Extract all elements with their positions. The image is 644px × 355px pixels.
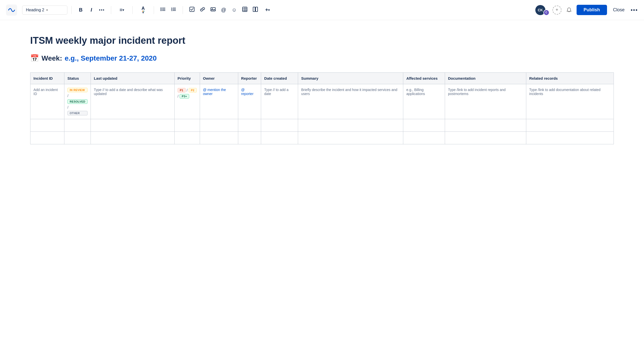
avatar-c: C xyxy=(543,10,549,16)
toolbar-right: CK C + Publish Close ••• xyxy=(535,5,638,16)
mention-button[interactable]: @ xyxy=(219,5,229,15)
cell-summary[interactable]: Briefly describe the incident and how it… xyxy=(298,84,403,119)
col-priority: Priority xyxy=(174,73,200,84)
text-color-button[interactable]: A ▾ xyxy=(137,5,150,15)
more-options-button[interactable]: ••• xyxy=(631,7,638,13)
image-icon xyxy=(210,7,216,13)
avatar-group: CK C xyxy=(535,5,549,16)
cell-reporter[interactable]: @ reporter xyxy=(238,84,261,119)
cell-priority[interactable]: P1 / P2 / P3+ xyxy=(174,84,200,119)
priority-row-1: P1 / P2 xyxy=(178,88,197,93)
cell-status[interactable]: IN REVIEW / RESOLVED / OTHER xyxy=(64,84,91,119)
empty2-cell-6[interactable] xyxy=(238,132,261,144)
svg-rect-8 xyxy=(173,8,176,8)
priority-row-2: / P3+ xyxy=(178,94,197,99)
col-owner: Owner xyxy=(200,73,238,84)
italic-button[interactable]: I xyxy=(86,5,96,15)
col-status: Status xyxy=(64,73,91,84)
cell-incident-id[interactable]: Add an incident ID xyxy=(30,84,64,119)
numbered-list-button[interactable]: 1.2.3. xyxy=(169,5,179,15)
cell-date-created[interactable]: Type // to add a date xyxy=(261,84,298,119)
badge-other: OTHER xyxy=(67,111,88,115)
publish-button[interactable]: Publish xyxy=(577,5,607,15)
empty-cell-7[interactable] xyxy=(261,119,298,132)
content-area: ITSM weekly major incident report 📅 Week… xyxy=(0,20,644,355)
mention-icon: @ xyxy=(221,7,226,13)
add-collaborator-button[interactable]: + xyxy=(552,6,561,15)
empty-cell-3[interactable] xyxy=(91,119,175,132)
priority-slash-1: / xyxy=(187,88,188,92)
col-date-created: Date created xyxy=(261,73,298,84)
badge-p2: P2 xyxy=(189,88,197,93)
text-color-icon: A xyxy=(142,6,145,11)
app-logo[interactable] xyxy=(6,5,17,16)
cell-owner[interactable]: @ mention the owner xyxy=(200,84,238,119)
empty2-cell-1[interactable] xyxy=(30,132,64,144)
cell-affected-services[interactable]: e.g., Billing applications xyxy=(403,84,445,119)
cell-last-updated[interactable]: Type // to add a date and describe what … xyxy=(91,84,175,119)
heading-select-label: Heading 2 xyxy=(26,8,44,12)
empty-cell-4[interactable] xyxy=(174,119,200,132)
empty2-cell-5[interactable] xyxy=(200,132,238,144)
empty2-cell-8[interactable] xyxy=(298,132,403,144)
svg-rect-12 xyxy=(173,10,176,11)
status-badges-container: IN REVIEW / RESOLVED / OTHER xyxy=(67,88,88,115)
plus-collaborator-icon: + xyxy=(556,7,558,13)
empty-cell-5[interactable] xyxy=(200,119,238,132)
toolbar-divider-5 xyxy=(183,6,183,14)
list-buttons: 1.2.3. xyxy=(158,5,179,15)
svg-rect-22 xyxy=(256,7,258,12)
last-updated-placeholder: Type // to add a date and describe what … xyxy=(94,88,163,96)
empty2-cell-2[interactable] xyxy=(64,132,91,144)
table-button[interactable] xyxy=(240,5,250,15)
empty2-cell-3[interactable] xyxy=(91,132,175,144)
checkbox-button[interactable] xyxy=(187,5,197,15)
emoji-button[interactable]: ☺ xyxy=(229,5,239,15)
empty2-cell-7[interactable] xyxy=(261,132,298,144)
empty2-cell-10[interactable] xyxy=(445,132,526,144)
svg-rect-4 xyxy=(162,9,165,10)
more-format-button[interactable]: ••• xyxy=(97,5,107,15)
link-button[interactable] xyxy=(197,5,208,15)
col-affected-services: Affected services xyxy=(403,73,445,84)
notification-icon[interactable] xyxy=(565,6,574,15)
incident-table: Incident ID Status Last updated Priority… xyxy=(30,72,614,144)
empty-cell-2[interactable] xyxy=(64,119,91,132)
col-summary: Summary xyxy=(298,73,403,84)
col-reporter: Reporter xyxy=(238,73,261,84)
empty-cell-10[interactable] xyxy=(445,119,526,132)
empty-cell-1[interactable] xyxy=(30,119,64,132)
app-container: Heading 2 ▾ B I ••• ≡ ▾ A ▾ xyxy=(0,0,644,355)
empty-cell-9[interactable] xyxy=(403,119,445,132)
svg-rect-2 xyxy=(162,8,165,8)
empty2-cell-4[interactable] xyxy=(174,132,200,144)
bold-button[interactable]: B xyxy=(76,5,86,15)
priority-slash-2: / xyxy=(178,94,179,98)
badge-resolved: RESOLVED xyxy=(67,99,88,104)
image-button[interactable] xyxy=(208,5,218,15)
close-button[interactable]: Close xyxy=(610,5,628,15)
incident-id-placeholder: Add an incident ID xyxy=(33,88,58,96)
bullet-list-icon xyxy=(160,7,166,13)
empty-cell-11[interactable] xyxy=(526,119,614,132)
layout-button[interactable] xyxy=(250,5,260,15)
heading-select[interactable]: Heading 2 ▾ xyxy=(22,6,67,15)
link-icon xyxy=(200,7,205,13)
format-buttons: B I ••• xyxy=(76,5,107,15)
reporter-mention: @ reporter xyxy=(241,88,254,96)
empty2-cell-9[interactable] xyxy=(403,132,445,144)
bullet-list-button[interactable] xyxy=(158,5,168,15)
toolbar: Heading 2 ▾ B I ••• ≡ ▾ A ▾ xyxy=(0,0,644,20)
cell-related-records[interactable]: Type /link to add documentation about re… xyxy=(526,84,614,119)
empty2-cell-11[interactable] xyxy=(526,132,614,144)
cell-documentation[interactable]: Type /link to add incident reports and p… xyxy=(445,84,526,119)
insert-more-button[interactable]: + ▾ xyxy=(261,5,274,15)
empty-cell-8[interactable] xyxy=(298,119,403,132)
align-button[interactable]: ≡ ▾ xyxy=(115,5,128,15)
owner-mention: @ mention the owner xyxy=(203,88,226,96)
svg-rect-13 xyxy=(190,7,194,12)
table-row-empty-1 xyxy=(30,119,614,132)
align-arrow-icon: ▾ xyxy=(123,8,124,12)
align-icon: ≡ xyxy=(119,7,123,13)
empty-cell-6[interactable] xyxy=(238,119,261,132)
